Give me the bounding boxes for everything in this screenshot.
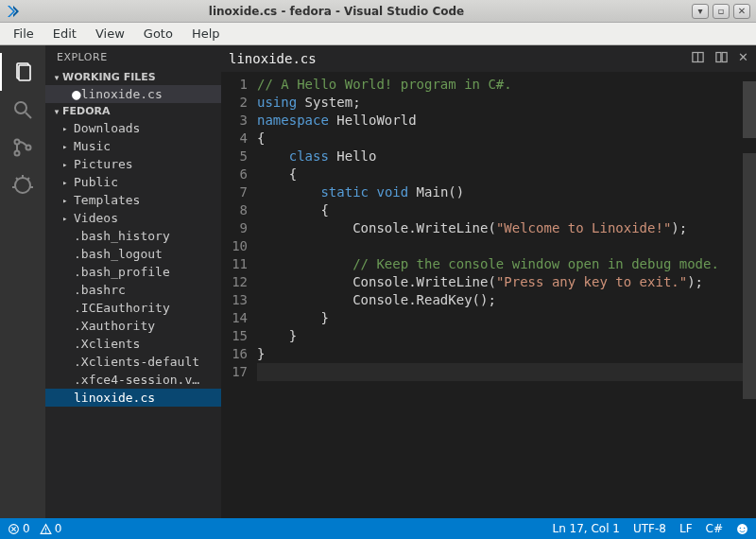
menu-edit[interactable]: Edit [43,25,86,43]
code-line[interactable] [257,237,743,255]
search-icon[interactable] [0,91,45,129]
folder-item[interactable]: ▸Pictures [45,155,221,173]
scroll-thumb[interactable] [743,81,756,138]
explorer-sidebar: EXPLORE ▾ WORKING FILES ● linoxide.cs ▾ … [45,45,221,518]
file-item[interactable]: .bash_logout [45,245,221,263]
line-number: 2 [221,94,248,112]
folder-name: Templates [74,193,140,207]
svg-point-2 [15,102,26,113]
working-files-header[interactable]: ▾ WORKING FILES [45,69,221,85]
close-editor-icon[interactable]: ✕ [738,50,748,67]
line-number: 3 [221,112,248,130]
svg-line-9 [16,178,18,180]
folder-root-header[interactable]: ▾ FEDORA [45,103,221,119]
code-line[interactable]: // A Hello World! program in C#. [257,76,743,94]
folder-item[interactable]: ▸Videos [45,209,221,227]
file-item[interactable]: .ICEauthority [45,299,221,317]
svg-point-5 [15,151,20,156]
line-number: 8 [221,201,248,219]
svg-rect-1 [19,65,30,80]
line-number: 6 [221,165,248,183]
editor-tab-name[interactable]: linoxide.cs [229,51,691,66]
folder-name: Downloads [74,121,140,135]
code-line[interactable]: { [257,165,743,183]
status-encoding[interactable]: UTF-8 [633,522,666,535]
folder-item[interactable]: ▸Music [45,137,221,155]
folder-item[interactable]: ▸Templates [45,191,221,209]
line-number: 13 [221,291,248,309]
code-line[interactable]: { [257,201,743,219]
code-line[interactable]: } [257,345,743,363]
file-item[interactable]: linoxide.cs [45,389,221,407]
more-actions-icon[interactable] [714,50,729,67]
svg-line-3 [26,113,31,118]
code-line[interactable]: } [257,309,743,327]
window-controls: ▾ ▫ ✕ [692,4,750,19]
line-number: 1 [221,76,248,94]
code-content[interactable]: // A Hello World! program in C#.using Sy… [257,72,743,518]
code-line[interactable]: using System; [257,94,743,112]
status-language[interactable]: C# [706,522,723,535]
working-files-list: ● linoxide.cs [45,85,221,103]
chevron-right-icon: ▸ [62,142,72,151]
close-button[interactable]: ✕ [733,4,750,19]
feedback-icon[interactable] [736,523,748,535]
maximize-button[interactable]: ▫ [713,4,730,19]
line-number: 7 [221,183,248,201]
line-number: 5 [221,148,248,165]
file-item[interactable]: .Xclients [45,335,221,353]
chevron-right-icon: ▸ [62,196,72,205]
code-line[interactable]: Console.ReadKey(); [257,291,743,309]
code-line[interactable]: Console.WriteLine("Welcome to Linoxide!"… [257,219,743,237]
split-editor-icon[interactable] [691,50,705,67]
line-number: 9 [221,219,248,237]
file-item[interactable]: .Xauthority [45,317,221,335]
code-line[interactable] [257,363,743,381]
folder-item[interactable]: ▸Public [45,173,221,191]
editor-tab-actions: ✕ [691,50,748,67]
minimize-button[interactable]: ▾ [692,4,709,19]
folder-item[interactable]: ▸Downloads [45,119,221,137]
menu-help[interactable]: Help [182,25,230,43]
line-number: 17 [221,363,248,381]
code-line[interactable]: } [257,327,743,345]
status-errors[interactable]: 0 [8,522,30,535]
dirty-indicator-icon: ● [72,90,81,99]
vertical-scrollbar[interactable] [743,72,756,518]
file-item[interactable]: .xfce4-session.v… [45,371,221,389]
svg-point-4 [15,140,20,145]
menu-goto[interactable]: Goto [134,25,182,43]
code-line[interactable]: Console.WriteLine("Press any key to exit… [257,273,743,291]
folder-root-label: FEDORA [62,105,111,117]
explorer-icon[interactable] [0,53,45,91]
file-item[interactable]: .bash_profile [45,263,221,281]
file-item[interactable]: .bashrc [45,281,221,299]
code-line[interactable]: class Hello [257,148,743,165]
status-eol[interactable]: LF [679,522,693,535]
code-line[interactable]: // Keep the console window open in debug… [257,255,743,273]
editor-tabbar: linoxide.cs ✕ [221,45,756,72]
file-name: linoxide.cs [81,87,163,101]
working-file-item[interactable]: ● linoxide.cs [45,85,221,103]
file-name: .Xclients-default [74,355,199,369]
code-editor[interactable]: 1234567891011121314151617 // A Hello Wor… [221,72,756,518]
folder-name: Music [74,139,111,153]
scroll-track-region [743,153,756,399]
status-warnings[interactable]: 0 [40,522,62,535]
git-icon[interactable] [0,129,45,166]
window-title: linoxide.cs - fedora - Visual Studio Cod… [28,5,692,18]
chevron-down-icon: ▾ [51,73,62,82]
chevron-down-icon: ▾ [51,107,62,116]
code-line[interactable]: static void Main() [257,183,743,201]
menu-file[interactable]: File [4,25,43,43]
menu-view[interactable]: View [86,25,134,43]
folder-name: Pictures [74,157,133,171]
line-number: 12 [221,273,248,291]
code-line[interactable]: { [257,130,743,148]
status-position[interactable]: Ln 17, Col 1 [552,522,620,535]
file-item[interactable]: .bash_history [45,227,221,245]
debug-icon[interactable] [0,166,45,204]
file-name: .ICEauthority [74,301,170,315]
file-item[interactable]: .Xclients-default [45,353,221,371]
code-line[interactable]: namespace HelloWorld [257,112,743,130]
